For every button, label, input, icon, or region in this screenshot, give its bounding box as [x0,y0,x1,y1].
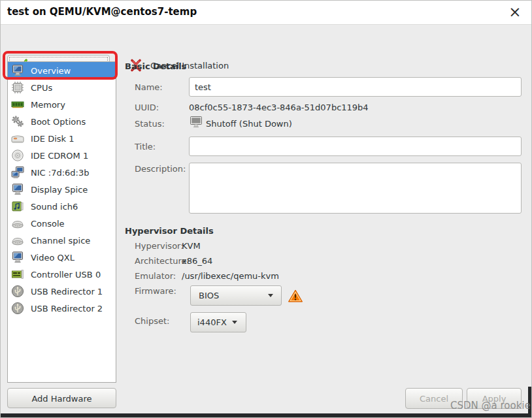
sidebar-item-label: Channel spice [31,236,90,246]
hypervisor-details-heading: Hypervisor Details [125,226,214,236]
close-icon: × [508,3,521,20]
sidebar-item-controller-usb-0[interactable]: Controller USB 0 [8,266,116,283]
titlebar: test on QEMU/KVM@centos7-temp × [1,1,531,25]
chip-icon [10,80,25,95]
sidebar-item-label: NIC :7d:6d:3b [31,168,89,178]
sidebar-item-label: Boot Options [31,117,86,127]
watermark: CSDN @a rookie. [450,400,532,411]
sidebar-item-display-spice[interactable]: Display Spice [8,181,116,198]
sidebar-item-label: Sound ich6 [31,202,78,212]
serial-icon [10,233,25,248]
window-title: test on QEMU/KVM@centos7-temp [7,6,197,18]
sidebar-item-label: CPUs [31,83,52,93]
sound-icon [10,199,25,214]
sidebar-item-memory[interactable]: Memory [8,96,116,113]
description-textarea[interactable] [189,163,522,214]
sidebar-item-nic-7d-6d-3b[interactable]: NIC :7d:6d:3b [8,164,116,181]
bottom-strip [1,413,532,418]
name-input[interactable] [189,77,522,97]
title-label: Title: [135,142,156,152]
status-value: Shutoff (Shut Down) [206,119,292,129]
sidebar-item-label: USB Redirector 2 [31,304,103,314]
hypervisor-value: KVM [182,241,201,251]
chipset-value: i440FX [197,317,227,327]
sidebar-item-label: Display Spice [31,185,88,195]
title-input[interactable] [189,137,522,156]
sidebar-item-sound-ich6[interactable]: Sound ich6 [8,198,116,215]
sidebar-item-cpus[interactable]: CPUs [8,79,116,96]
sidebar-item-overview[interactable]: Overview [8,62,116,79]
sidebar-item-label: Memory [31,100,65,110]
gears-icon [10,114,25,129]
uuid-label: UUID: [135,103,159,112]
serial-icon [10,216,25,231]
sidebar-item-label: Controller USB 0 [31,270,101,280]
basic-details-heading: Basic Details [125,61,186,71]
firmware-dropdown[interactable]: BIOS [190,285,282,306]
firmware-value: BIOS [199,291,219,300]
chipset-label: Chipset: [135,316,169,326]
nic-icon [10,165,25,180]
orange-warning-icon [288,289,303,303]
chevron-down-icon [232,321,237,324]
sidebar-item-label: IDE CDROM 1 [31,151,88,161]
gray-monitor-icon [189,116,203,129]
vm-details-window: test on QEMU/KVM@centos7-temp × Begin In… [0,0,532,418]
monitor-icon [10,250,25,265]
sidebar-item-label: IDE Disk 1 [31,134,75,144]
sidebar-item-boot-options[interactable]: Boot Options [8,113,116,130]
description-label: Description: [135,164,186,174]
sidebar-item-video-qxl[interactable]: Video QXL [8,249,116,266]
sidebar-item-console[interactable]: Console [8,215,116,232]
add-hardware-button[interactable]: Add Hardware [7,388,116,408]
sidebar-item-label: Console [31,219,65,229]
emulator-value: /usr/libexec/qemu-kvm [182,271,279,281]
sidebar-item-label: USB Redirector 1 [31,287,103,297]
toolbar: Begin Installation Cancel Installation [1,25,531,58]
firmware-label: Firmware: [135,286,176,296]
emulator-label: Emulator: [135,271,176,281]
hardware-list: OverviewCPUsMemoryBoot OptionsIDE Disk 1… [7,61,116,383]
chevron-down-icon [268,294,273,297]
sidebar-item-usb-redirector-1[interactable]: USB Redirector 1 [8,283,116,300]
sidebar-item-usb-redirector-2[interactable]: USB Redirector 2 [8,300,116,317]
close-button[interactable]: × [507,2,524,22]
monitor-icon [10,63,25,78]
chipset-dropdown[interactable]: i440FX [190,312,246,332]
usb-icon [10,301,25,315]
memory-icon [10,97,25,112]
sidebar-item-ide-cdrom-1[interactable]: IDE CDROM 1 [8,147,116,164]
controller-icon [10,267,25,281]
name-label: Name: [135,82,163,92]
hypervisor-label: Hypervisor: [135,241,184,251]
disk-icon [10,131,25,146]
architecture-value: x86_64 [182,256,212,266]
usb-icon [10,284,25,298]
sidebar-item-label: Video QXL [31,253,75,263]
sidebar-item-label: Overview [31,66,71,76]
monitor-icon [10,182,25,197]
cdrom-icon [10,148,25,163]
uuid-value: 08cf0c55-1873-4ec3-846a-51d07bc119b4 [189,103,369,112]
status-label: Status: [135,119,165,129]
sidebar-item-ide-disk-1[interactable]: IDE Disk 1 [8,130,116,147]
sidebar-item-channel-spice[interactable]: Channel spice [8,232,116,249]
